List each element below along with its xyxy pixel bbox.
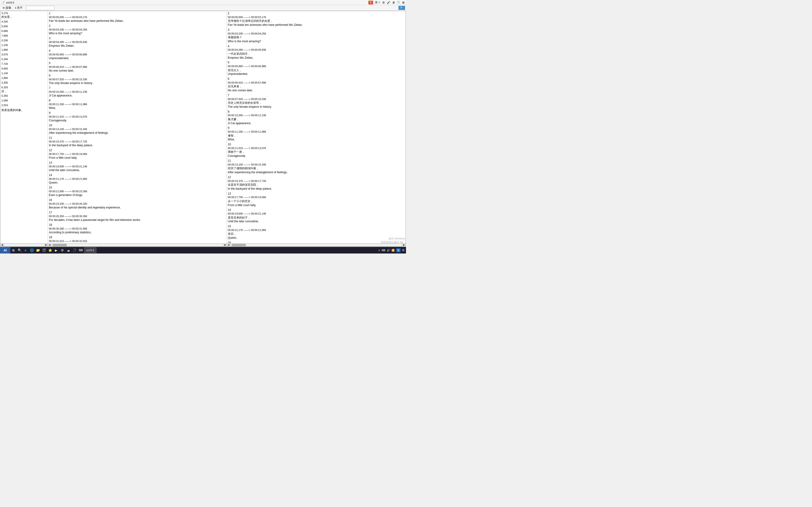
taskbar: Ai ⊞ 🔍 e 🌐 📁 🎬 ⭐ ▶ ⚙ ☁ 🎵 ⌨ exV0.5 ∧ ⌨ 🔊 …	[0, 247, 406, 253]
sub-block-4: 4 00:00:05,860 ——> 00:00:06,886 Unpreced…	[49, 49, 226, 60]
taskbar-app1[interactable]: ▶	[53, 247, 59, 253]
right-hscroll[interactable]: ◀ ▶	[227, 243, 406, 246]
left-entry-15: 3,306	[1, 81, 47, 85]
taskbar-film[interactable]: 🎬	[41, 247, 47, 253]
left-entry-7: 1,236	[1, 44, 47, 47]
right-sub-6: 6 00:00:06,910 ——> 00:00:07,896 后无来者， No…	[228, 77, 405, 93]
left-entry-17: 0,356	[1, 94, 47, 98]
right-sub-5: 5 00:00:05,860 ——> 00:00:06,886 前无古人， Un…	[228, 61, 405, 76]
scroll-left-arrow[interactable]: ◀	[0, 243, 4, 247]
sub-block-19: 19 00:00:31,610 ——> 00:00:32,916 In the …	[49, 235, 226, 243]
sub-block-2: 2 00:00:03,200 ——> 00:00:04,256 Who is t…	[49, 24, 226, 36]
hscroll-thumb[interactable]	[53, 244, 67, 246]
left-entry-4: 6,886	[1, 30, 47, 33]
sub-block-7: 7 00:00:10,360 ——> 00:00:11,236 Ji Cai a…	[49, 86, 226, 98]
sub-block-16: 16 00:00:23,330 ——> 00:00:26,326 Because…	[49, 198, 226, 210]
right-sub-2: 2 00:00:00,000 ——> 00:00:03,176 范爷领衔十位演绎…	[228, 11, 405, 27]
grid-icon[interactable]: ⊞	[402, 1, 405, 4]
taskbar-terminal[interactable]: ⌨	[78, 247, 84, 253]
taskbar-search[interactable]: 🔍	[16, 247, 22, 253]
app-title: exV0.5	[6, 1, 14, 4]
left-entry-1: 3,176 的女星，	[1, 11, 47, 19]
sub-block-9: 9 00:00:11,910 ——> 00:00:13,076 Courageo…	[49, 111, 226, 122]
left-entry-2: 4,256	[1, 20, 47, 24]
taskbar-speaker-icon[interactable]: 🔊	[387, 249, 390, 252]
left-panel: 3,176 的女星， 4,256 5,836 6,886 7,896 0,336	[0, 11, 48, 246]
taskbar-up-arrow[interactable]: ∧	[378, 249, 380, 252]
taskbar-active-app[interactable]: exV0.5	[84, 247, 96, 253]
sub-block-5: 5 00:00:06,910 ——> 00:00:07,896 No one c…	[49, 61, 226, 73]
sub-block-17: 17 00:00:26,350 ——> 00:00:30,356 For dec…	[49, 211, 226, 222]
taskbar-browser[interactable]: 🌐	[29, 247, 35, 253]
taskbar-cloud[interactable]: ☁	[65, 247, 71, 253]
left-panel-scroll-right[interactable]: ◀ ▶	[0, 243, 48, 246]
taskbar-network-icon[interactable]: 📶	[392, 249, 395, 252]
left-entry-11: 7,726	[1, 62, 47, 66]
monitor-icon[interactable]: 🖥	[392, 1, 395, 4]
taskbar-ie[interactable]: e	[22, 247, 29, 253]
left-entry-20: 热衷追逐的对象。	[1, 108, 47, 112]
sub-block-12: 12 00:00:17,750 ——> 00:00:19,666 From a …	[49, 148, 226, 160]
sub-block-13: 13 00:00:19,690 ——> 00:00:21,146 Until t…	[49, 161, 226, 172]
taskbar-settings[interactable]: ⚙	[59, 247, 65, 253]
right-hscroll-left-arrow[interactable]: ◀	[227, 243, 230, 247]
right-sub-11: 11 00:00:13,100 ——> 00:00:15,346 经历了感情的错…	[228, 159, 405, 174]
right-sub-8: 8 00:00:10,360 ——> 00:00:11,236 集才媛， Ji …	[228, 110, 405, 125]
sub-block-3: 3 00:00:04,280 ——> 00:00:05,836 Empress …	[49, 36, 226, 48]
left-entry-14: 1,866	[1, 76, 47, 80]
taskbar-keyboard-icon[interactable]: ⌨	[382, 249, 385, 252]
taskbar-star[interactable]: ⭐	[47, 247, 53, 253]
right-hscroll-track	[231, 244, 402, 246]
right-panel-body[interactable]: 2 00:00:00,000 ——> 00:00:03,176 范爷领衔十位演绎…	[227, 11, 406, 243]
left-entry-18: 1,586	[1, 99, 47, 103]
translate-btn[interactable]: 🔍	[399, 6, 405, 10]
taskbar-time: 英	[402, 248, 405, 252]
clothes-icon[interactable]: 👕	[397, 1, 400, 4]
settings1-icon[interactable]: ⚙	[382, 1, 385, 4]
sub-block-8: 8 00:00:11,260 ——> 00:00:11,886 Wise,	[49, 99, 226, 110]
scroll-right-arrow[interactable]: ▶	[44, 243, 48, 247]
title-bar: 📝 exV0.5 S 英 ∨ ⚙ 🎤 🖥 👕 ⊞	[0, 0, 406, 5]
right-sub-12: 12 00:00:15,370 ——> 00:00:17,726 在是非不清的深…	[228, 175, 405, 191]
left-entry-10: 5,346	[1, 58, 47, 61]
sogou-icon[interactable]: S	[368, 1, 373, 4]
sub-block-1: 1 00:00:00,000 ——> 00:00:03,176 Fan Ye l…	[49, 11, 226, 23]
right-hscroll-thumb[interactable]	[232, 244, 246, 246]
taskbar-right: ∧ ⌨ 🔊 📶 英 英	[378, 248, 406, 252]
taskbar-start[interactable]: ⊞	[10, 247, 16, 253]
left-entry-8: 1,886	[1, 48, 47, 52]
sub-block-14: 14 00:00:21,170 ——> 00:00:21,866 Queen,	[49, 173, 226, 185]
panels-row: 3,176 的女星， 4,256 5,836 6,886 7,896 0,336	[0, 11, 406, 247]
middle-panel: 1 00:00:00,000 ——> 00:00:03,176 Fan Ye l…	[48, 11, 227, 246]
right-sub-13: 13 00:00:17,750 ——> 00:00:19,666 从一个小小的宫…	[228, 192, 405, 207]
right-hscroll-right-arrow[interactable]: ▶	[402, 243, 406, 247]
right-sub-15: 15 00:00:21,170 ——> 00:00:21,866 皇后， Que…	[228, 224, 405, 240]
right-sub-10: 10 00:00:11,910 ——> 00:00:13,076 果敢于一身， …	[228, 143, 405, 158]
hscroll-left-arrow[interactable]: ◀	[48, 243, 51, 247]
left-panel-body[interactable]: 3,176 的女星， 4,256 5,836 6,886 7,896 0,336	[0, 11, 48, 243]
sub-block-11: 11 00:00:15,370 ——> 00:00:17,726 In the …	[49, 136, 226, 148]
left-entry-5: 7,896	[1, 34, 47, 38]
menu-about[interactable]: ℹ 关于	[14, 5, 24, 10]
middle-hscroll[interactable]: ◀ ▶	[48, 243, 227, 246]
menu-bar: ⚙ 选项 ℹ 关于 🔍	[0, 5, 406, 11]
taskbar-ime-en[interactable]: 英	[396, 248, 401, 252]
left-entry-13: 1,146	[1, 72, 47, 75]
taskbar-music[interactable]: 🎵	[71, 247, 78, 253]
mic-icon[interactable]: 🎤	[387, 1, 390, 4]
right-sub-14: 14 00:00:19,690 ——> 00:00:21,146 直至后来的妃子…	[228, 208, 405, 223]
app-wrapper: 📝 exV0.5 S 英 ∨ ⚙ 🎤 🖥 👕 ⊞ ⚙ 选项 ℹ 关于 🔍	[0, 0, 406, 253]
left-entry-19: 2,916	[1, 104, 47, 107]
hscroll-right-arrow[interactable]: ▶	[223, 243, 227, 247]
left-entry-6: 0,336	[1, 39, 47, 43]
lang-icon[interactable]: 英 ∨	[375, 1, 380, 4]
middle-panel-body[interactable]: 1 00:00:00,000 ——> 00:00:03,176 Fan Ye l…	[48, 11, 227, 243]
menu-options[interactable]: ⚙ 选项	[1, 5, 13, 10]
right-sub-3: 3 00:00:03,200 ——> 00:00:04,256 谁最惊艳？ Wh…	[228, 28, 405, 44]
taskbar-folder[interactable]: 📁	[35, 247, 41, 253]
right-panel: 2 00:00:00,000 ——> 00:00:03,176 范爷领衔十位演绎…	[227, 11, 406, 246]
search-input[interactable]	[26, 6, 54, 10]
sub-block-10: 10 00:00:13,100 ——> 00:00:15,346 After e…	[49, 123, 226, 135]
hscroll-track	[51, 244, 223, 246]
ime-indicator[interactable]: Ai	[0, 247, 10, 253]
